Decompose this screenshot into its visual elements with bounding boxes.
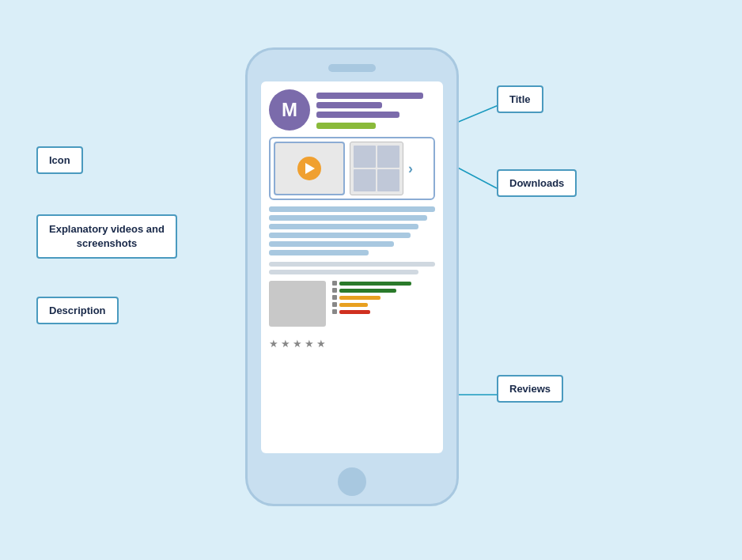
sep-bar-1 bbox=[269, 262, 435, 267]
sub-bar-1 bbox=[316, 102, 382, 108]
stars-row: ★ ★ ★ ★ ★ bbox=[269, 338, 435, 350]
app-info bbox=[316, 89, 435, 129]
rating-row-1 bbox=[332, 309, 435, 314]
phone-mockup: M › bbox=[245, 47, 459, 506]
desc-bar-6 bbox=[269, 250, 369, 255]
rating-dot-1 bbox=[332, 309, 337, 314]
rating-bar-3 bbox=[339, 296, 380, 300]
play-icon bbox=[305, 163, 315, 174]
rating-row-2 bbox=[332, 302, 435, 307]
icon-label: Icon bbox=[36, 146, 83, 174]
description-section bbox=[269, 206, 435, 255]
title-bar bbox=[316, 93, 423, 99]
star-2: ★ bbox=[281, 338, 290, 350]
rating-bar-1 bbox=[339, 310, 370, 314]
title-label: Title bbox=[497, 85, 543, 113]
chevron-right-icon[interactable]: › bbox=[408, 161, 413, 177]
rating-dot-5 bbox=[332, 281, 337, 286]
app-icon-letter: M bbox=[282, 99, 297, 121]
explanatory-label: Explanatory videos andscreenshots bbox=[36, 214, 177, 259]
thumb-block-3 bbox=[354, 169, 376, 191]
app-icon-circle: M bbox=[269, 89, 310, 131]
separator-section bbox=[269, 262, 435, 274]
review-image bbox=[269, 281, 326, 327]
downloads-label: Downloads bbox=[497, 169, 577, 197]
rating-row-4 bbox=[332, 288, 435, 293]
rating-bar-2 bbox=[339, 303, 368, 307]
rating-bar-5 bbox=[339, 282, 411, 286]
rating-dot-2 bbox=[332, 302, 337, 307]
phone-screen: M › bbox=[261, 81, 443, 453]
play-button[interactable] bbox=[297, 157, 321, 180]
screenshot-thumbnail bbox=[350, 142, 403, 195]
description-label: Description bbox=[36, 297, 119, 324]
sep-bar-2 bbox=[269, 270, 418, 274]
phone-home-button[interactable] bbox=[338, 467, 366, 496]
thumb-block-2 bbox=[377, 146, 399, 168]
rating-row-3 bbox=[332, 295, 435, 300]
desc-bar-1 bbox=[269, 206, 435, 212]
thumb-block-1 bbox=[354, 146, 376, 168]
star-5: ★ bbox=[316, 338, 326, 350]
reviews-section bbox=[269, 281, 435, 327]
desc-bar-5 bbox=[269, 241, 394, 247]
green-bar bbox=[316, 123, 376, 129]
desc-bar-2 bbox=[269, 215, 427, 221]
sub-bar-2 bbox=[316, 112, 399, 118]
rating-row-5 bbox=[332, 281, 435, 286]
star-4: ★ bbox=[305, 338, 314, 350]
rating-bars bbox=[332, 281, 435, 314]
reviews-label: Reviews bbox=[497, 375, 563, 403]
app-header: M bbox=[269, 89, 435, 131]
thumb-block-4 bbox=[377, 169, 399, 191]
star-3: ★ bbox=[293, 338, 302, 350]
star-1: ★ bbox=[269, 338, 278, 350]
rating-dot-4 bbox=[332, 288, 337, 293]
rating-dot-3 bbox=[332, 295, 337, 300]
desc-bar-4 bbox=[269, 233, 411, 238]
desc-bar-3 bbox=[269, 224, 418, 229]
screenshots-section: › bbox=[269, 137, 435, 200]
video-thumbnail bbox=[274, 142, 345, 195]
phone-speaker bbox=[328, 64, 376, 72]
svg-line-2 bbox=[455, 166, 497, 188]
rating-bar-4 bbox=[339, 289, 396, 293]
